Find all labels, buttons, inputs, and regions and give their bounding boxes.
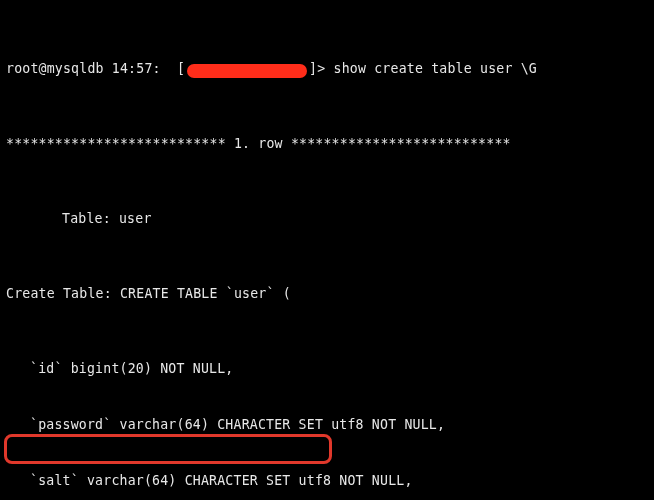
row-separator-left: ***************************	[6, 136, 226, 151]
table-label: Table:	[6, 210, 111, 229]
create-label: Create Table:	[6, 286, 112, 301]
column-text: `id` bigint(20) NOT NULL,	[6, 360, 234, 379]
command-text: show create table user \G	[334, 60, 538, 79]
column-def: `id` bigint(20) NOT NULL,	[6, 360, 648, 379]
prompt-sep	[325, 60, 333, 79]
row-separator-right: ***************************	[291, 136, 511, 151]
create-head-text: CREATE TABLE `user` (	[120, 286, 291, 301]
prompt-open-bracket: [	[177, 60, 185, 79]
terminal-output[interactable]: root@mysqldb 14:57: [ ]> show create tab…	[0, 0, 654, 500]
column-def: `password` varchar(64) CHARACTER SET utf…	[6, 416, 648, 435]
row-separator: *************************** 1. row *****…	[6, 135, 648, 154]
prompt-close-bracket: ]>	[309, 60, 325, 79]
column-text: `salt` varchar(64) CHARACTER SET utf8 NO…	[6, 472, 413, 491]
table-line: Table: user	[6, 210, 648, 229]
prompt-user-host: root@mysqldb	[6, 60, 104, 79]
create-table-head: Create Table: CREATE TABLE `user` (	[6, 285, 648, 304]
row-separator-label: 1. row	[234, 136, 283, 151]
prompt-line: root@mysqldb 14:57: [ ]> show create tab…	[6, 60, 648, 79]
prompt-time: 14:57:	[112, 60, 161, 79]
prompt-sep	[161, 60, 177, 79]
column-text: `password` varchar(64) CHARACTER SET utf…	[6, 416, 445, 435]
table-name: user	[119, 211, 152, 226]
prompt-sep	[104, 60, 112, 79]
redaction-bar	[187, 64, 307, 78]
column-def: `salt` varchar(64) CHARACTER SET utf8 NO…	[6, 472, 648, 491]
